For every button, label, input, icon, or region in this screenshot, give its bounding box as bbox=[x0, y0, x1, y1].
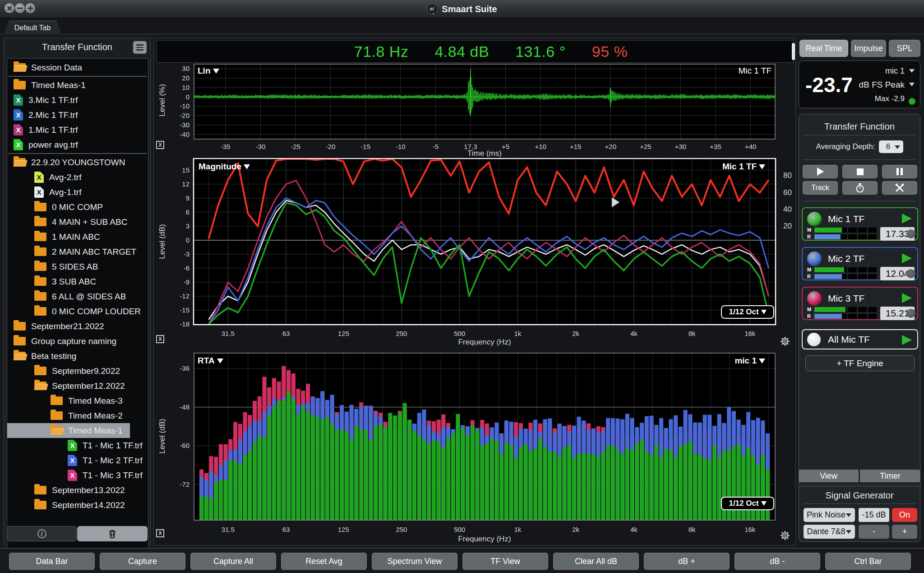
data-bar-button[interactable]: Data Bar bbox=[9, 553, 95, 570]
meter-max-label: Max -2.9 bbox=[875, 94, 905, 103]
tree-item[interactable]: 3 SUB ABC bbox=[7, 274, 148, 289]
tree-item[interactable]: Xpower avg.trf bbox=[7, 137, 148, 152]
magnitude-chart[interactable]: 15129630-3-6-9-12-15-1831.5631252505001k… bbox=[156, 158, 793, 344]
tree-item[interactable]: September14.2022 bbox=[7, 498, 148, 512]
tree-item[interactable]: Timed Meas-1 bbox=[7, 423, 130, 438]
timer-tab-button[interactable]: Timer bbox=[860, 470, 920, 482]
tree-item[interactable]: 5 SIDES AB bbox=[7, 259, 148, 274]
timer-button[interactable] bbox=[842, 181, 878, 195]
ctrl-bar-button[interactable]: Ctrl Bar bbox=[825, 553, 911, 570]
signal-on-button[interactable]: On bbox=[892, 508, 917, 522]
track-button[interactable]: Track bbox=[803, 181, 838, 195]
tree-item[interactable]: Group capture naming bbox=[7, 334, 148, 349]
reset-avg-button[interactable]: Reset Avg bbox=[281, 553, 367, 570]
magnitude-settings-gear-icon[interactable] bbox=[780, 336, 790, 347]
tree-item[interactable]: Timed Meas-1 bbox=[7, 78, 148, 93]
engine-option-button[interactable] bbox=[906, 309, 915, 318]
tree-item[interactable]: X3.Mic 1 TF.trf bbox=[7, 93, 148, 107]
capture-all-button[interactable]: Capture All bbox=[190, 553, 276, 570]
ir-mode-dropdown[interactable]: Lin bbox=[198, 66, 219, 76]
svg-text:30: 30 bbox=[182, 65, 189, 72]
add-tf-engine-button[interactable]: + TF Engine bbox=[805, 355, 915, 371]
tree-item[interactable]: 22.9.20 YOUNGSTOWN bbox=[7, 155, 148, 170]
tree-item[interactable]: Timed Meas-3 bbox=[7, 393, 148, 408]
tree-item[interactable]: September12.2022 bbox=[7, 378, 148, 393]
sidebar-menu-icon[interactable] bbox=[133, 41, 147, 54]
averaging-depth-select[interactable]: 6 bbox=[879, 140, 903, 153]
tree-item[interactable]: 0 MIC COMP bbox=[7, 200, 148, 214]
tree-item[interactable]: X1.Mic 1 TF.trf bbox=[7, 122, 148, 137]
magnitude-cursor-marker[interactable] bbox=[612, 197, 619, 207]
info-button[interactable]: i bbox=[7, 526, 77, 541]
meter-source-dropdown[interactable]: mic 1 bbox=[885, 66, 905, 76]
mode-impulse-button[interactable]: Impulse bbox=[851, 40, 886, 57]
tf-engine-card[interactable]: Mic 3 TFMR15.21 bbox=[802, 287, 918, 320]
capture-button[interactable]: Capture bbox=[100, 553, 185, 570]
tree-item[interactable]: XAvg-2.trf bbox=[7, 170, 148, 185]
spectrum-view-button[interactable]: Spectrum View bbox=[372, 553, 457, 570]
engine-option-button[interactable] bbox=[906, 269, 915, 278]
live-ir-chart[interactable]: 3020100-10-20-30-40-35-30-25-20-15-10-51… bbox=[156, 63, 793, 156]
magnitude-source-dropdown[interactable]: Mic 1 TF bbox=[722, 162, 765, 172]
signal-level-display[interactable]: -15 dB bbox=[859, 508, 889, 522]
mode-real-time-button[interactable]: Real Time bbox=[799, 40, 848, 57]
all-mic-tf-engine[interactable]: All Mic TF bbox=[802, 329, 918, 349]
rta-source-dropdown[interactable]: mic 1 bbox=[735, 356, 765, 366]
tree-item[interactable]: X2.Mic 1 TF.trf bbox=[7, 107, 148, 122]
ir-source-label[interactable]: Mic 1 TF bbox=[738, 66, 772, 76]
play-button[interactable] bbox=[803, 165, 838, 178]
tree-item[interactable]: XT1 - Mic 3 TF.trf bbox=[7, 468, 148, 483]
magnitude-banding-dropdown[interactable]: 1/12 Oct bbox=[721, 305, 774, 319]
pause-button[interactable] bbox=[882, 165, 917, 178]
rta-mode-dropdown[interactable]: RTA bbox=[198, 356, 223, 366]
tf-engine-card[interactable]: Mic 1 TFMR17.33 bbox=[802, 207, 918, 241]
file-icon: X bbox=[14, 94, 23, 106]
tab-default[interactable]: Default Tab bbox=[4, 21, 61, 34]
tree-item[interactable]: 1 MAIN ABC bbox=[7, 229, 148, 244]
tree-item[interactable]: XT1 - Mic 2 TF.trf bbox=[7, 453, 148, 468]
rta-banding-dropdown[interactable]: 1/12 Oct bbox=[721, 497, 774, 510]
engine-run-icon[interactable] bbox=[902, 293, 912, 303]
tree-item[interactable]: 0 MIC COMP LOUDER bbox=[7, 304, 148, 319]
svg-text:10: 10 bbox=[182, 84, 189, 91]
db--button[interactable]: dB + bbox=[644, 553, 730, 570]
engine-color-dot bbox=[807, 291, 822, 306]
plot-scrollbar[interactable] bbox=[792, 43, 795, 60]
tools-button[interactable] bbox=[882, 181, 917, 195]
engine-run-icon[interactable] bbox=[902, 253, 912, 263]
signal-route-select[interactable]: Dante 7&8 bbox=[804, 525, 855, 539]
svg-text:+20: +20 bbox=[605, 143, 616, 150]
clear-all-db-button[interactable]: Clear All dB bbox=[553, 553, 639, 570]
db--button[interactable]: dB - bbox=[735, 553, 820, 570]
tree-item[interactable]: Session Data bbox=[7, 60, 148, 75]
tree-item[interactable]: Beta testing bbox=[7, 349, 148, 363]
engine-run-icon[interactable] bbox=[902, 214, 912, 224]
magnitude-mode-dropdown[interactable]: Magnitude bbox=[199, 162, 250, 172]
signal-type-select[interactable]: Pink Noise bbox=[804, 508, 855, 522]
engine-run-icon[interactable] bbox=[902, 335, 912, 345]
meter-unit-dropdown[interactable]: dB FS Peak bbox=[859, 80, 905, 90]
tree-item[interactable]: XAvg-1.trf bbox=[7, 185, 148, 200]
tree-item[interactable]: 6 ALL @ SIDES AB bbox=[7, 289, 148, 304]
folder-icon bbox=[14, 337, 26, 345]
tree-item[interactable]: 4 MAIN + SUB ABC bbox=[7, 214, 148, 229]
tree-item[interactable]: Timed Meas-2 bbox=[7, 408, 148, 423]
tree-item[interactable]: September21.2022 bbox=[7, 319, 148, 334]
rta-chart[interactable]: -36-48-60-7231.5631252505001k2k4k8k16k bbox=[156, 352, 793, 541]
stop-button[interactable] bbox=[842, 165, 878, 178]
engine-option-button[interactable] bbox=[906, 229, 915, 238]
rta-settings-gear-icon[interactable] bbox=[780, 530, 790, 541]
tf-view-button[interactable]: TF View bbox=[462, 553, 548, 570]
tf-engine-card[interactable]: Mic 2 TFMR12.04 bbox=[802, 247, 918, 280]
level-minus-button[interactable]: - bbox=[859, 525, 889, 539]
tree-item[interactable]: 2 MAIN ABC TARGET bbox=[7, 244, 148, 259]
tree-item[interactable]: XT1 - Mic 1 TF.trf bbox=[7, 438, 148, 453]
mode-spl-button[interactable]: SPL bbox=[889, 40, 920, 57]
view-button[interactable]: View bbox=[799, 470, 859, 482]
level-plus-button[interactable]: + bbox=[892, 525, 917, 539]
tree-item[interactable]: September13.2022 bbox=[7, 483, 148, 498]
tree-item-label: T1 - Mic 1 TF.trf bbox=[83, 441, 143, 451]
chevron-down-icon bbox=[761, 501, 767, 506]
tree-item[interactable]: September9.2022 bbox=[7, 363, 148, 378]
trash-button[interactable] bbox=[77, 526, 148, 541]
